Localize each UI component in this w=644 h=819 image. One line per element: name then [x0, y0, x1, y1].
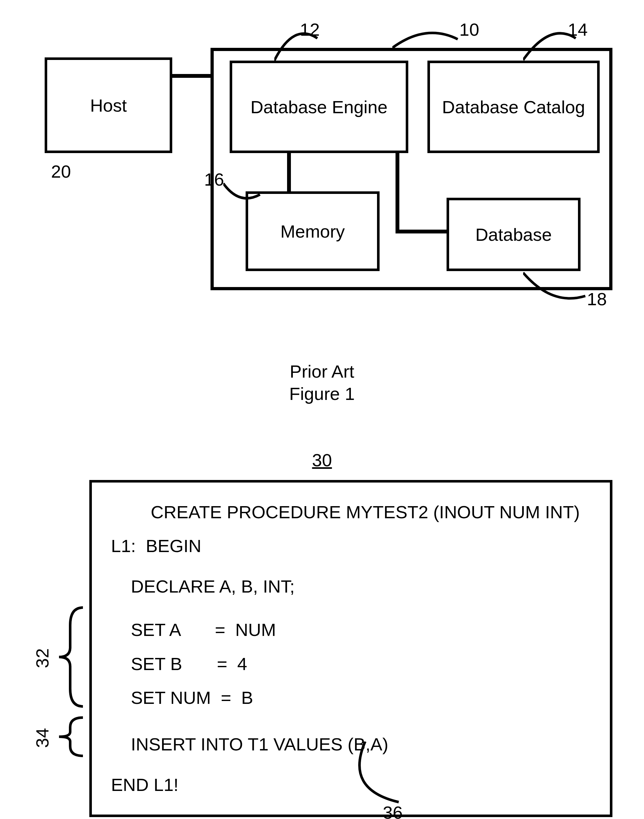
host-label: Host — [90, 95, 127, 116]
host-box: Host — [44, 57, 172, 153]
code-l5: SET NUM = B — [111, 681, 597, 715]
lead-14 — [523, 28, 577, 61]
figure-2: CREATE PROCEDURE MYTEST2 (INOUT NUM INT)… — [26, 480, 618, 819]
code-l4: SET B = 4 — [111, 647, 597, 681]
memory-box: Memory — [245, 191, 380, 271]
fig1-caption: Prior Art Figure 1 — [26, 360, 618, 405]
db-num: 18 — [587, 289, 607, 309]
conn-eng-db-h — [396, 230, 446, 233]
brace-34 — [57, 716, 86, 758]
container-num: 10 — [459, 19, 479, 40]
lead-12 — [274, 29, 319, 62]
code-l0: CREATE PROCEDURE MYTEST2 (INOUT NUM INT) — [111, 495, 597, 529]
memory-num: 16 — [204, 169, 224, 190]
database-label: Database — [475, 224, 552, 245]
conn-eng-db-v — [396, 153, 399, 233]
code-l2: DECLARE A, B, INT; — [111, 569, 597, 603]
conn-host-container — [172, 74, 214, 78]
lead-16 — [223, 177, 262, 206]
db-engine-label: Database Engine — [250, 96, 388, 117]
lead-10 — [393, 28, 459, 51]
sidenum-34: 34 — [32, 728, 53, 748]
fig1-canvas: Host 20 Database Engine Database Catalog… — [26, 19, 618, 357]
brace-32 — [57, 606, 86, 708]
figure-1: Host 20 Database Engine Database Catalog… — [26, 19, 618, 405]
sidenum-32: 32 — [32, 648, 53, 668]
code-l1: L1: BEGIN — [111, 529, 597, 563]
fig1-figure: Figure 1 — [26, 383, 618, 405]
fig1-prior-art: Prior Art — [26, 360, 618, 383]
lead-18 — [523, 271, 587, 306]
conn-eng-mem — [287, 153, 291, 191]
db-engine-box: Database Engine — [230, 61, 408, 153]
lead-36 — [354, 741, 411, 805]
fig2-title: 30 — [26, 450, 618, 470]
code-box: CREATE PROCEDURE MYTEST2 (INOUT NUM INT)… — [89, 480, 612, 817]
database-box: Database — [446, 198, 581, 271]
host-num: 20 — [51, 161, 71, 182]
db-catalog-box: Database Catalog — [428, 61, 600, 153]
db-catalog-label: Database Catalog — [442, 96, 585, 117]
memory-label: Memory — [281, 221, 345, 242]
code-l3: SET A = NUM — [111, 613, 597, 647]
